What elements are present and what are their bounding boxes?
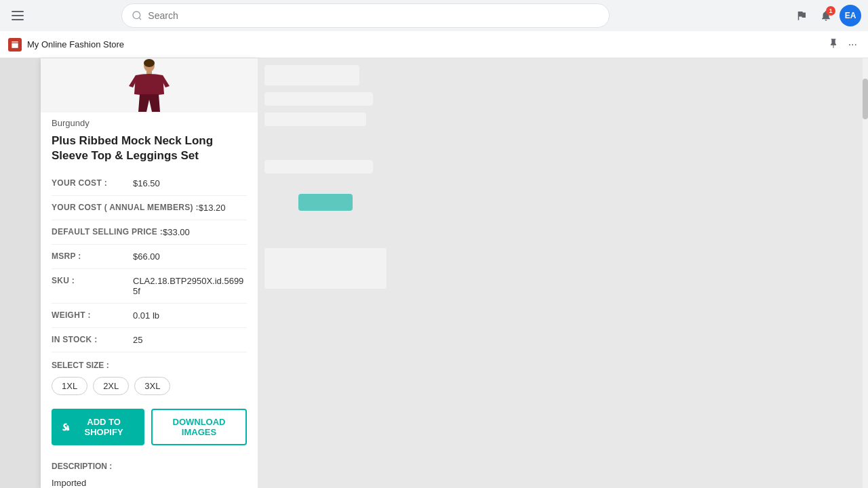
svg-point-0 [133,12,140,19]
size-label: SELECT SIZE : [52,361,247,370]
weight-value: 0.01 lb [133,310,247,321]
description-section: DESCRIPTION : Imported1XL.2XL.3XLSoft & … [41,455,258,488]
msrp-value: $66.00 [133,251,247,262]
bg-card-5 [298,194,353,211]
search-icon [132,10,142,21]
bg-card-4 [264,160,373,174]
your-cost-row: YOUR COST : $16.50 [52,171,247,196]
product-image-svg [122,59,176,112]
sku-value: CLA2.18.BTP2950X.id.56995f [133,276,247,296]
action-buttons: ADD TO SHOPIFY DOWNLOAD IMAGES [41,403,258,455]
svg-point-3 [144,59,155,67]
svg-line-1 [139,18,141,20]
your-cost-annual-row: YOUR COST ( ANNUAL MEMBERS) : $13.20 [52,196,247,220]
search-input[interactable]: Search [148,10,599,21]
scroll-track [863,58,868,488]
sku-row: SKU : CLA2.18.BTP2950X.id.56995f [52,269,247,304]
in-stock-row: IN STOCK : 25 [52,328,247,352]
size-options: 1XL 2XL 3XL [52,377,247,395]
notification-badge: 1 [826,6,835,16]
default-price-value: $33.00 [163,227,247,237]
your-cost-label: YOUR COST : [52,178,133,188]
bg-card-3 [264,113,366,126]
msrp-row: MSRP : $66.00 [52,245,247,269]
description-text: Imported1XL.2XL.3XLSoft & Light weight H… [52,476,247,488]
notification-button[interactable]: 1 [815,5,837,26]
your-cost-value: $16.50 [133,178,247,188]
color-label: Burgundy [41,113,258,131]
weight-row: WEIGHT : 0.01 lb [52,304,247,328]
product-details: YOUR COST : $16.50 YOUR COST ( ANNUAL ME… [41,171,258,352]
size-1xl[interactable]: 1XL [52,377,87,395]
description-label: DESCRIPTION : [52,462,247,471]
hamburger-icon [12,11,24,20]
avatar-button[interactable]: EA [840,5,861,26]
more-button[interactable]: ··· [846,37,860,53]
product-title: Plus Ribbed Mock Neck Long Sleeve Top & … [41,131,258,171]
size-2xl[interactable]: 2XL [93,377,129,395]
product-image [41,58,258,113]
sku-label: SKU : [52,276,133,285]
default-price-label: DEFAULT SELLING PRICE : [52,227,163,237]
add-to-shopify-label: ADD TO SHOPIFY [74,417,134,437]
bg-card-6 [264,248,387,289]
search-bar: Search [121,3,610,28]
your-cost-annual-label: YOUR COST ( ANNUAL MEMBERS) : [52,203,199,212]
product-panel: Burgundy Plus Ribbed Mock Neck Long Slee… [41,58,258,488]
flag-icon [795,9,808,22]
bg-card-2 [264,92,373,106]
default-price-row: DEFAULT SELLING PRICE : $33.00 [52,220,247,245]
right-content [258,58,868,488]
extension-bar: My Online Fashion Store ··· [0,31,868,58]
menu-button[interactable] [7,5,28,26]
add-to-shopify-button[interactable]: ADD TO SHOPIFY [52,409,144,445]
download-images-button[interactable]: DOWNLOAD IMAGES [151,409,247,445]
msrp-label: MSRP : [52,251,133,261]
store-icon [8,38,22,52]
size-section: SELECT SIZE : 1XL 2XL 3XL [41,352,258,403]
bg-card-1 [264,65,359,85]
weight-label: WEIGHT : [52,310,133,320]
scroll-thumb[interactable] [863,79,868,119]
in-stock-value: 25 [133,335,247,345]
flag-button[interactable] [791,5,812,26]
left-sidebar [0,58,41,488]
pin-button[interactable] [825,37,842,53]
store-name: My Online Fashion Store [27,39,124,49]
your-cost-annual-value: $13.20 [199,203,247,213]
size-3xl[interactable]: 3XL [134,377,170,395]
shopify-icon [62,422,70,432]
in-stock-label: IN STOCK : [52,335,133,344]
